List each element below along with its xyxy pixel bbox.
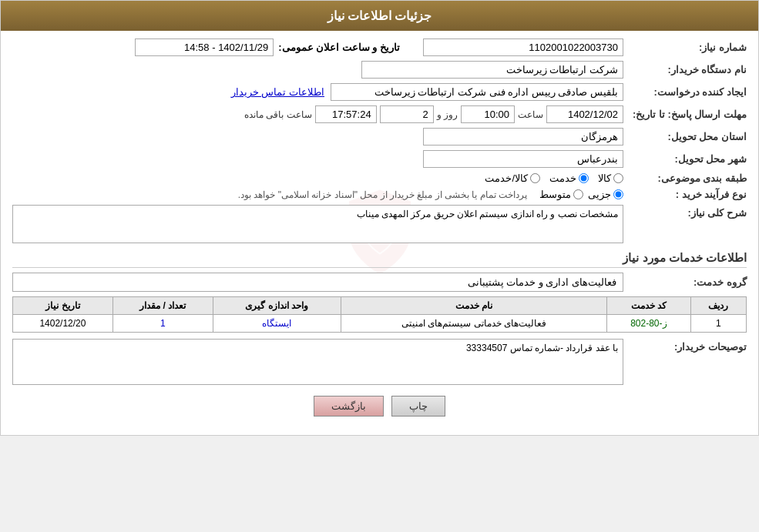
- deadline-date-field: 1402/12/02: [546, 105, 623, 123]
- main-content: A شماره نیاز: 1102001022003730 تاریخ و س…: [1, 31, 758, 435]
- service-table-header: ردیف کد خدمت نام خدمت واحد اندازه گیری ت…: [13, 297, 747, 315]
- row-purchase-type: نوع فرآیند خرید : جزیی متوسط پرداخت تمام…: [12, 189, 747, 200]
- city-field: بندرعباس: [423, 150, 623, 168]
- page-title: جزئیات اطلاعات نیاز: [327, 9, 432, 22]
- row-description: شرح کلی نیاز: مشخصات نصب و راه اندازی سی…: [12, 205, 747, 243]
- cell-unit: ایستگاه: [213, 315, 341, 333]
- category-label: طبقه بندی موضوعی:: [623, 172, 747, 184]
- deadline-time-label: ساعت: [518, 109, 543, 120]
- service-table-body: 1 ز-80-802 فعالیت‌های خدماتی سیستم‌های ا…: [13, 315, 747, 333]
- announce-field: 1402/11/29 - 14:58: [135, 38, 274, 56]
- category-radio-group: کالا خدمت کالا/خدمت: [485, 172, 623, 184]
- radio-jozi-input[interactable]: [613, 189, 623, 199]
- deadline-label: مهلت ارسال پاسخ: تا تاریخ:: [623, 109, 747, 120]
- radio-kala-input[interactable]: [613, 173, 623, 183]
- purchase-type-row: جزیی متوسط پرداخت تمام یا بخشی از مبلغ خ…: [238, 189, 623, 200]
- radio-kala-khedmat[interactable]: کالا/خدمت: [485, 172, 540, 184]
- col-date: تاریخ نیاز: [13, 297, 113, 315]
- row-category: طبقه بندی موضوعی: کالا خدمت کالا/خدمت: [12, 172, 747, 184]
- row-deadline: مهلت ارسال پاسخ: تا تاریخ: 1402/12/02 سا…: [12, 105, 747, 123]
- purchase-type-note: پرداخت تمام یا بخشی از مبلغ خریدار از مح…: [238, 189, 527, 200]
- radio-khedmat-label: خدمت: [549, 172, 576, 184]
- deadline-days-label: روز و: [437, 109, 458, 120]
- deadline-datetime: 1402/12/02 ساعت 10:00 روز و 2 17:57:24 س…: [244, 105, 623, 123]
- radio-motavaset-label: متوسط: [539, 189, 571, 200]
- service-table: ردیف کد خدمت نام خدمت واحد اندازه گیری ت…: [12, 296, 747, 333]
- purchase-type-label: نوع فرآیند خرید :: [623, 189, 747, 200]
- radio-kala-label: کالا: [598, 172, 611, 184]
- service-group-label: گروه خدمت:: [623, 276, 747, 288]
- radio-motavaset-input[interactable]: [573, 189, 583, 199]
- services-section-title: اطلاعات خدمات مورد نیاز: [12, 251, 747, 268]
- deadline-days-field: 2: [380, 105, 434, 123]
- contact-link[interactable]: اطلاعات تماس خریدار: [231, 86, 324, 98]
- radio-motavaset[interactable]: متوسط: [539, 189, 583, 200]
- org-name-label: نام دستگاه خریدار:: [623, 64, 747, 75]
- page-header: جزئیات اطلاعات نیاز: [1, 1, 758, 31]
- row-creator: ایجاد کننده درخواست: بلقیس صادقی رییس اد…: [12, 83, 747, 101]
- deadline-remaining-field: 17:57:24: [315, 105, 377, 123]
- radio-kala-khedmat-input[interactable]: [530, 173, 540, 183]
- radio-khedmat-input[interactable]: [579, 173, 589, 183]
- row-org-name: نام دستگاه خریدار: شرکت ارتباطات زیرساخت: [12, 61, 747, 79]
- buyer-notes-field[interactable]: با عقد قرارداد -شماره تماس 33334507: [12, 339, 623, 385]
- cell-date: 1402/12/20: [13, 315, 113, 333]
- col-name: نام خدمت: [341, 297, 606, 315]
- cell-name: فعالیت‌های خدماتی سیستم‌های امنیتی: [341, 315, 606, 333]
- col-code: کد خدمت: [607, 297, 690, 315]
- radio-jozi[interactable]: جزیی: [588, 189, 623, 200]
- back-button[interactable]: بازگشت: [314, 396, 384, 417]
- province-field: هرمزگان: [423, 128, 623, 146]
- city-label: شهر محل تحویل:: [623, 153, 747, 165]
- radio-khedmat[interactable]: خدمت: [549, 172, 589, 184]
- announce-label: تاریخ و ساعت اعلان عمومی:: [278, 42, 400, 53]
- page-wrapper: جزئیات اطلاعات نیاز A شماره نیاز: 110200…: [0, 0, 759, 436]
- row-province: استان محل تحویل: هرمزگان: [12, 128, 747, 146]
- print-button[interactable]: چاپ: [391, 396, 445, 417]
- deadline-time-field: 10:00: [461, 105, 515, 123]
- org-name-field: شرکت ارتباطات زیرساخت: [361, 61, 623, 79]
- need-number-label: شماره نیاز:: [623, 42, 747, 53]
- cell-row: 1: [690, 315, 746, 333]
- deadline-remaining-label: ساعت باقی مانده: [244, 109, 312, 120]
- creator-field: بلقیس صادقی رییس اداره فنی شرکت ارتباطات…: [331, 83, 623, 101]
- footer-buttons: چاپ بازگشت: [12, 396, 747, 417]
- description-field[interactable]: مشخصات نصب و راه اندازی سیستم اعلان حریق…: [12, 205, 623, 243]
- creator-label: ایجاد کننده درخواست:: [623, 86, 747, 98]
- row-need-number: شماره نیاز: 1102001022003730 تاریخ و ساع…: [12, 38, 747, 56]
- cell-quantity: 1: [113, 315, 213, 333]
- form-content: شماره نیاز: 1102001022003730 تاریخ و ساع…: [12, 38, 747, 417]
- need-number-field: 1102001022003730: [423, 38, 623, 56]
- row-service-group: گروه خدمت: فعالیت‌های اداری و خدمات پشتی…: [12, 273, 747, 292]
- table-row: 1 ز-80-802 فعالیت‌های خدماتی سیستم‌های ا…: [13, 315, 747, 333]
- description-label: شرح کلی نیاز:: [623, 205, 747, 219]
- radio-jozi-label: جزیی: [588, 189, 611, 200]
- radio-kala-khedmat-label: کالا/خدمت: [485, 172, 528, 184]
- province-label: استان محل تحویل:: [623, 131, 747, 142]
- col-unit: واحد اندازه گیری: [213, 297, 341, 315]
- col-quantity: تعداد / مقدار: [113, 297, 213, 315]
- service-group-field: فعالیت‌های اداری و خدمات پشتیبانی: [12, 273, 623, 292]
- row-buyer-notes: توصیحات خریدار: با عقد قرارداد -شماره تم…: [12, 339, 747, 385]
- cell-code: ز-80-802: [607, 315, 690, 333]
- radio-kala[interactable]: کالا: [598, 172, 623, 184]
- buyer-notes-label: توصیحات خریدار:: [623, 339, 747, 353]
- row-city: شهر محل تحویل: بندرعباس: [12, 150, 747, 168]
- col-row: ردیف: [690, 297, 746, 315]
